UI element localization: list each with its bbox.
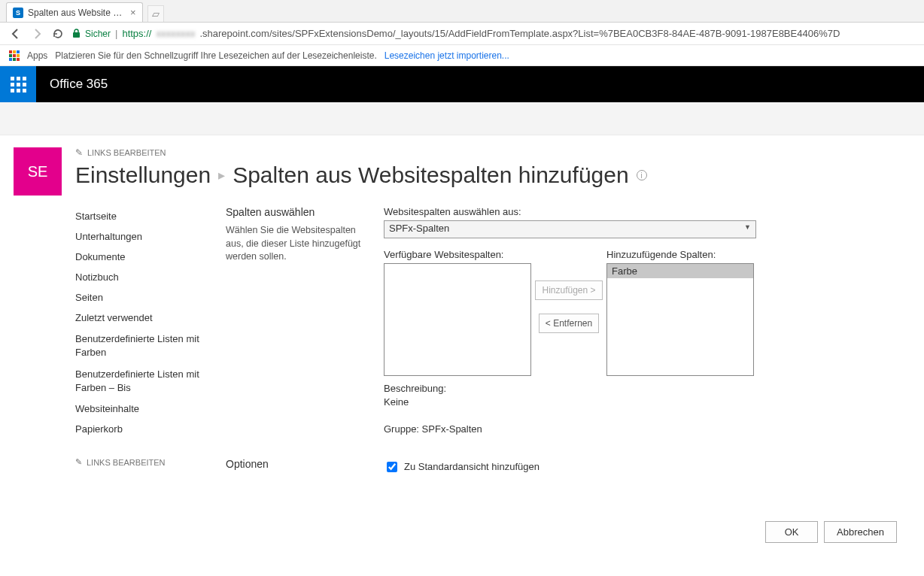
- apps-icon[interactable]: [9, 50, 20, 61]
- nav-site-contents[interactable]: Websiteinhalte: [75, 399, 218, 419]
- bookmarks-bar: Apps Platzieren Sie für den Schnellzugri…: [0, 45, 924, 66]
- section1-desc: Wählen Sie die Websitespalten aus, die d…: [226, 224, 372, 264]
- selected-label: Hinzuzufügende Spalten:: [606, 249, 754, 260]
- top-edit-links[interactable]: ✎ LINKS BEARBEITEN: [75, 147, 910, 158]
- nav-seiten[interactable]: Seiten: [75, 287, 218, 308]
- nav-zuletzt[interactable]: Zuletzt verwendet: [75, 308, 218, 328]
- forward-button[interactable]: [30, 27, 44, 41]
- pencil-icon: ✎: [75, 147, 83, 158]
- nav-custom-list-1[interactable]: Benutzerdefinierte Listen mit Farben: [75, 328, 218, 363]
- description-value: Keine: [384, 396, 409, 408]
- sharepoint-favicon: S: [13, 8, 23, 18]
- group-select-label: Websitespalten auswählen aus:: [384, 206, 910, 217]
- svg-rect-0: [73, 32, 80, 38]
- ribbon-area: [0, 102, 924, 135]
- app-launcher-button[interactable]: [0, 66, 36, 102]
- secure-label: Sicher: [85, 29, 111, 39]
- title-sub: Spalten aus Websitespalten hinzufügen: [233, 162, 628, 188]
- bookmark-hint: Platzieren Sie für den Schnellzugriff Ih…: [55, 50, 376, 61]
- import-bookmarks-link[interactable]: Lesezeichen jetzt importieren...: [384, 50, 509, 61]
- quick-launch: Startseite Unterhaltungen Dokumente Noti…: [75, 206, 226, 543]
- form-column: Websitespalten auswählen aus: SPFx-Spalt…: [384, 206, 910, 543]
- selected-item-farbe[interactable]: Farbe: [607, 264, 753, 278]
- add-to-default-view-checkbox[interactable]: [387, 462, 397, 472]
- nav-unterhaltungen[interactable]: Unterhaltungen: [75, 226, 218, 247]
- suite-bar: Office 365: [0, 66, 924, 102]
- edit-links-label: LINKS BEARBEITEN: [87, 148, 166, 157]
- suite-brand[interactable]: Office 365: [50, 77, 108, 92]
- section2-heading: Optionen: [226, 458, 384, 470]
- dialog-buttons: OK Abbrechen: [384, 521, 910, 543]
- back-button[interactable]: [9, 27, 23, 41]
- url-path: .sharepoint.com/sites/SPFxExtensionsDemo…: [199, 28, 840, 39]
- ok-button[interactable]: OK: [765, 521, 818, 543]
- browser-toolbar: Sicher | https://xxxxxxxx.sharepoint.com…: [0, 23, 924, 45]
- add-button[interactable]: Hinzufügen >: [535, 280, 602, 300]
- breadcrumb-separator-icon: ▸: [218, 167, 225, 183]
- add-to-default-view-label: Zu Standardansicht hinzufügen: [404, 461, 540, 472]
- page-content: SE ✎ LINKS BEARBEITEN Einstellungen ▸ Sp…: [0, 135, 924, 573]
- waffle-icon: [11, 77, 26, 92]
- available-label: Verfügbare Websitespalten:: [384, 249, 531, 260]
- section1-heading: Spalten auswählen: [226, 206, 372, 218]
- nav-edit-links[interactable]: ✎ LINKS BEARBEITEN: [75, 457, 218, 467]
- tab-title: Spalten aus Website C hi: [28, 8, 126, 18]
- address-bar[interactable]: Sicher | https://xxxxxxxx.sharepoint.com…: [72, 28, 915, 39]
- page-title: Einstellungen ▸ Spalten aus Websitespalt…: [75, 162, 910, 188]
- url-protocol: https://: [122, 28, 151, 39]
- available-columns-listbox[interactable]: [384, 263, 531, 376]
- browser-tab[interactable]: S Spalten aus Website C hi ×: [6, 2, 143, 22]
- nav-custom-list-2[interactable]: Benutzerdefinierte Listen mit Farben – B…: [75, 363, 218, 399]
- section-description-column: Spalten auswählen Wählen Sie die Website…: [226, 206, 384, 543]
- site-logo[interactable]: SE: [14, 147, 62, 196]
- dual-listbox: Verfügbare Websitespalten: Beschreibung:…: [384, 249, 910, 437]
- description-label: Beschreibung:: [384, 383, 446, 394]
- group-select[interactable]: SPFx-Spalten: [384, 220, 756, 238]
- url-host-blurred: xxxxxxxx: [156, 28, 195, 39]
- nav-recycle-bin[interactable]: Papierkorb: [75, 419, 218, 439]
- tab-close-icon[interactable]: ×: [130, 7, 136, 18]
- selected-columns-listbox[interactable]: Farbe: [606, 263, 754, 376]
- pencil-icon: ✎: [75, 457, 82, 467]
- browser-tab-strip: S Spalten aus Website C hi × ▱: [0, 0, 924, 23]
- remove-button[interactable]: < Entfernen: [539, 314, 599, 333]
- cancel-button[interactable]: Abbrechen: [824, 521, 897, 543]
- group-line-label: Gruppe:: [384, 423, 419, 435]
- nav-edit-links-label: LINKS BEARBEITEN: [87, 458, 166, 467]
- info-icon[interactable]: i: [637, 170, 647, 180]
- reload-button[interactable]: [51, 27, 65, 41]
- nav-dokumente[interactable]: Dokumente: [75, 247, 218, 267]
- nav-notizbuch[interactable]: Notizbuch: [75, 267, 218, 287]
- apps-label[interactable]: Apps: [27, 50, 47, 61]
- new-tab-button[interactable]: ▱: [147, 5, 164, 22]
- group-line-value: SPFx-Spalten: [422, 423, 482, 435]
- lock-icon: [72, 29, 81, 38]
- title-main: Einstellungen: [75, 162, 211, 188]
- nav-startseite[interactable]: Startseite: [75, 206, 218, 226]
